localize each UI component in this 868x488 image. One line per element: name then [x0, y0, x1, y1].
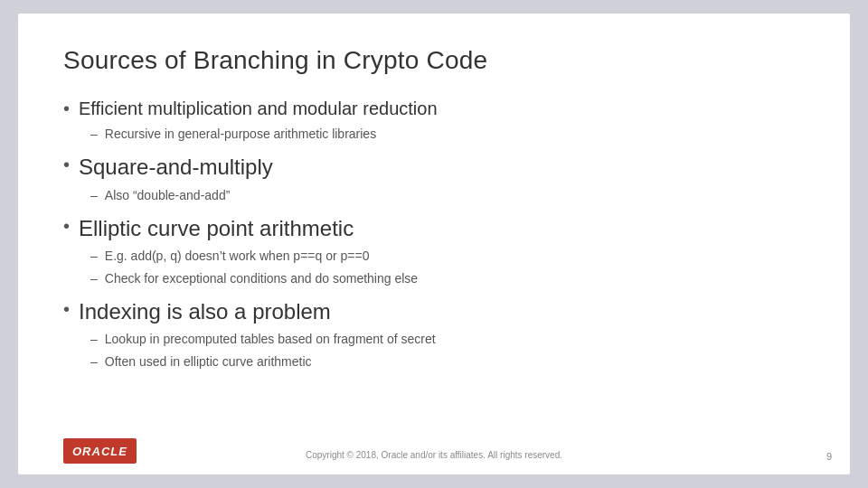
bullet-3: • Elliptic curve point arithmetic [63, 214, 805, 242]
sub-bullets-4: – Lookup in precomputed tables based on … [90, 329, 805, 373]
bullet-text-4: Indexing is also a problem [79, 297, 331, 325]
sub-bullets-3: – E.g. add(p, q) doesn’t work when p==q … [90, 246, 805, 290]
bullet-text-2: Square-and-multiply [79, 153, 273, 181]
slide: Sources of Branching in Crypto Code • Ef… [18, 14, 850, 474]
sub-text-1-1: Recursive in general-purpose arithmetic … [105, 124, 376, 144]
bullet-2: • Square-and-multiply [63, 153, 805, 181]
sub-text-3-1: E.g. add(p, q) doesn’t work when p==q or… [105, 246, 370, 266]
bullet-4: • Indexing is also a problem [63, 297, 805, 325]
sub-bullet-3-1: – E.g. add(p, q) doesn’t work when p==q … [90, 246, 805, 266]
sub-dash-4-1: – [90, 329, 98, 349]
slide-content: • Efficient multiplication and modular r… [63, 97, 805, 429]
sub-dash-3-2: – [90, 268, 98, 288]
sub-bullet-1-1: – Recursive in general-purpose arithmeti… [90, 124, 805, 144]
sub-dash-1-1: – [90, 124, 98, 144]
oracle-box: ORACLE [63, 438, 137, 464]
bullet-dot-3: • [63, 214, 70, 238]
oracle-text: ORACLE [72, 445, 127, 458]
sub-bullet-4-1: – Lookup in precomputed tables based on … [90, 329, 805, 349]
sub-text-3-2: Check for exceptional conditions and do … [105, 268, 418, 288]
slide-title: Sources of Branching in Crypto Code [63, 46, 805, 75]
oracle-logo: ORACLE [63, 438, 137, 464]
bullet-dot-2: • [63, 153, 70, 176]
sub-dash-4-2: – [90, 352, 98, 371]
page-number: 9 [826, 451, 832, 462]
bullet-text-3: Elliptic curve point arithmetic [79, 214, 354, 242]
sub-bullets-1: – Recursive in general-purpose arithmeti… [90, 124, 805, 145]
sub-bullet-3-2: – Check for exceptional conditions and d… [90, 268, 805, 288]
bullet-dot-1: • [63, 97, 70, 120]
bullet-1: • Efficient multiplication and modular r… [63, 97, 805, 120]
sub-text-4-1: Lookup in precomputed tables based on fr… [105, 329, 436, 349]
copyright-text: Copyright © 2018, Oracle and/or its affi… [306, 450, 562, 460]
sub-dash-2-1: – [90, 185, 98, 205]
sub-dash-3-1: – [90, 246, 98, 266]
sub-text-2-1: Also “double-and-add” [105, 185, 231, 205]
sub-bullet-2-1: – Also “double-and-add” [90, 185, 805, 205]
sub-text-4-2: Often used in elliptic curve arithmetic [105, 352, 312, 371]
bullet-dot-4: • [63, 297, 70, 321]
sub-bullets-2: – Also “double-and-add” [90, 185, 805, 207]
bullet-text-1: Efficient multiplication and modular red… [79, 97, 438, 120]
sub-bullet-4-2: – Often used in elliptic curve arithmeti… [90, 352, 805, 371]
